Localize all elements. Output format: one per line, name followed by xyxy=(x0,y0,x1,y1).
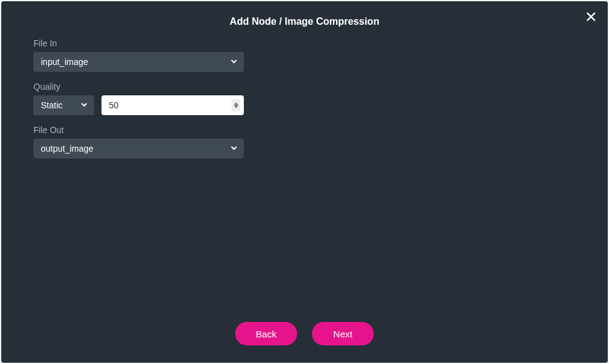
back-button[interactable]: Back xyxy=(235,322,297,345)
quality-row: Static 50 xyxy=(33,95,576,115)
file-out-label: File Out xyxy=(33,125,576,135)
chevron-down-icon xyxy=(230,144,238,154)
file-in-value: input_image xyxy=(41,57,88,67)
quality-value-input[interactable]: 50 xyxy=(102,95,244,115)
close-button[interactable] xyxy=(584,10,598,26)
chevron-down-icon xyxy=(230,57,238,67)
close-icon xyxy=(584,10,598,26)
modal-footer: Back Next xyxy=(1,307,608,363)
quality-value: 50 xyxy=(109,100,119,110)
file-out-select[interactable]: output_image xyxy=(33,139,244,158)
file-in-field: File In input_image xyxy=(33,38,576,72)
file-out-value: output_image xyxy=(41,144,93,154)
quality-label: Quality xyxy=(33,82,576,92)
modal-title: Add Node / Image Compression xyxy=(1,16,608,27)
quality-field: Quality Static 50 xyxy=(33,82,576,115)
add-node-modal: Add Node / Image Compression File In inp… xyxy=(1,1,608,363)
next-button[interactable]: Next xyxy=(312,322,374,345)
number-stepper-icon[interactable] xyxy=(231,99,240,111)
file-out-field: File Out output_image xyxy=(33,125,576,158)
chevron-down-icon xyxy=(80,100,88,110)
modal-header: Add Node / Image Compression xyxy=(1,1,608,38)
file-in-label: File In xyxy=(33,38,576,48)
modal-body: File In input_image Quality Static 50 xyxy=(1,38,608,307)
quality-mode-value: Static xyxy=(41,100,63,110)
file-in-select[interactable]: input_image xyxy=(33,52,244,72)
quality-mode-select[interactable]: Static xyxy=(33,95,94,115)
